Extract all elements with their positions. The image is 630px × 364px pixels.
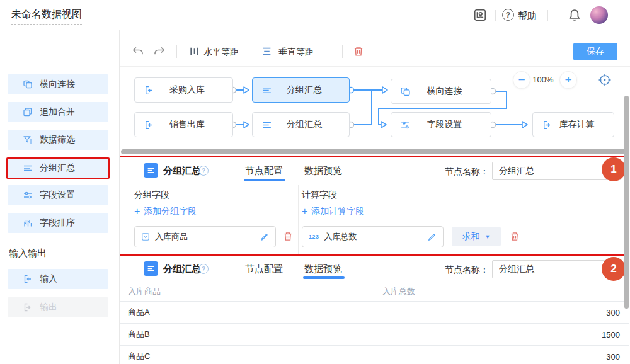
bell-icon[interactable]	[568, 8, 581, 22]
sort-icon	[23, 218, 33, 228]
sliders-icon	[23, 190, 33, 200]
number-type-icon: 123	[309, 234, 319, 240]
output-icon	[23, 302, 33, 312]
tab-node-config[interactable]: 节点配置	[245, 165, 283, 177]
zoom-level: 100%	[527, 75, 559, 84]
delete-calc-field-icon[interactable]	[510, 231, 520, 242]
question-circle-icon[interactable]: ?	[198, 166, 209, 176]
sidebar: 数据处理 ? 横向连接 追加合并 数据筛选	[0, 30, 120, 364]
table-cell: 商品B	[120, 324, 375, 345]
divider	[495, 10, 496, 21]
node-field-settings[interactable]: 字段设置	[391, 112, 491, 137]
sidebar-item-field-settings[interactable]: 字段设置	[8, 185, 108, 205]
node-name-label: 节点名称：	[445, 166, 489, 178]
topbar: 未命名数据视图 ? 帮助	[0, 0, 630, 30]
zoom-in-button[interactable]: +	[559, 71, 577, 89]
horizontal-scrollbar[interactable]	[121, 149, 626, 154]
join-icon	[23, 79, 33, 89]
sidebar-item-append-merge[interactable]: 追加合并	[8, 102, 108, 122]
add-group-field-button[interactable]: + 添加分组字段	[134, 206, 197, 217]
aggregation-dropdown[interactable]: 求和 ▼	[452, 227, 501, 246]
group-field-chip[interactable]: 入库商品	[134, 226, 276, 247]
filter-icon	[23, 135, 33, 145]
node-group-summary-1[interactable]: 分组汇总	[252, 77, 350, 103]
edit-pencil-icon[interactable]	[427, 232, 437, 242]
table-cell: 商品A	[120, 302, 375, 323]
input-icon	[23, 274, 33, 284]
column-header: 入库商品	[120, 282, 375, 301]
node-name-label: 节点名称：	[445, 264, 489, 276]
tab-data-preview[interactable]: 数据预览	[304, 263, 342, 275]
plus-icon: +	[302, 206, 307, 217]
section-title-input-output: 输入输出	[9, 247, 47, 259]
locate-crosshair-icon[interactable]	[598, 73, 612, 87]
sidebar-item-data-filter[interactable]: 数据筛选	[8, 130, 108, 150]
tab-node-config[interactable]: 节点配置	[245, 263, 283, 275]
preview-table: 入库商品 入库总数 商品A 300 商品B 1500 商品C 300	[120, 282, 629, 363]
sidebar-item-field-sort[interactable]: 字段排序	[8, 213, 108, 233]
panel-node-config: 分组汇总 ? 节点配置 数据预览 节点名称： 1 分组字段 + 添加分组字段 入…	[120, 156, 629, 255]
divider	[375, 282, 375, 364]
table-cell: 300	[375, 346, 629, 364]
table-cell: 商品C	[120, 346, 375, 364]
calc-fields-title: 计算字段	[302, 190, 337, 201]
flow-canvas[interactable]: 水平等距 垂直等距 保存	[120, 30, 630, 156]
group-summary-icon	[144, 261, 158, 276]
user-avatar[interactable]	[590, 6, 608, 24]
select-type-icon	[141, 232, 150, 241]
sidebar-item-output: 输出	[8, 297, 108, 317]
annotation-badge-1: 1	[602, 157, 626, 181]
node-sales-outbound[interactable]: 销售出库	[134, 112, 233, 137]
edit-pencil-icon[interactable]	[260, 232, 269, 242]
node-purchase-inbound[interactable]: 采购入库	[134, 77, 233, 103]
node-inventory-calc[interactable]: 库存计算	[532, 112, 614, 137]
sidebar-item-horizontal-join[interactable]: 横向连接	[8, 74, 108, 94]
active-tab-underline	[244, 179, 285, 181]
tab-data-preview[interactable]: 数据预览	[304, 165, 342, 177]
plus-icon: +	[134, 206, 140, 217]
chevron-down-icon: ▼	[485, 234, 491, 240]
annotation-badge-2: 2	[602, 257, 626, 281]
list-icon	[261, 85, 272, 96]
delete-group-field-icon[interactable]	[283, 231, 293, 242]
node-group-summary-2[interactable]: 分组汇总	[252, 112, 350, 137]
list-icon	[23, 163, 33, 173]
active-tab-underline	[303, 276, 345, 279]
append-icon	[23, 107, 33, 117]
input-icon	[144, 85, 154, 96]
help-button[interactable]: 帮助	[518, 10, 537, 22]
question-circle-icon[interactable]: ?	[198, 264, 209, 274]
table-cell: 300	[375, 302, 629, 323]
panel-title: 分组汇总	[163, 165, 201, 177]
panel-data-preview: 分组汇总 ? 节点配置 数据预览 节点名称： 2 入库商品 入库总数 商品A 3…	[120, 255, 629, 363]
add-calc-field-button[interactable]: + 添加计算字段	[302, 206, 364, 217]
sliders-icon	[400, 120, 411, 130]
calc-field-chip[interactable]: 123 入库总数	[302, 226, 444, 247]
field-name: 入库商品	[155, 231, 255, 242]
input-icon	[144, 120, 154, 130]
list-icon	[261, 120, 272, 130]
divider	[298, 185, 299, 254]
output-icon	[542, 120, 553, 130]
sidebar-item-group-summary[interactable]: 分组汇总	[6, 157, 110, 179]
divider	[547, 10, 548, 21]
field-name: 入库总数	[324, 231, 422, 242]
group-fields-title: 分组字段	[134, 190, 169, 201]
node-horizontal-join[interactable]: 横向连接	[391, 79, 491, 104]
question-circle-icon: ?	[502, 9, 514, 21]
column-header: 入库总数	[375, 282, 629, 301]
join-icon	[400, 86, 411, 97]
sidebar-item-input[interactable]: 输入	[8, 269, 108, 289]
contact-card-icon[interactable]	[473, 8, 487, 22]
page-title[interactable]: 未命名数据视图	[11, 8, 82, 25]
vertical-scrollbar[interactable]	[624, 96, 629, 309]
group-summary-icon	[144, 163, 158, 178]
panel-title: 分组汇总	[163, 263, 201, 275]
table-cell: 1500	[375, 324, 629, 345]
